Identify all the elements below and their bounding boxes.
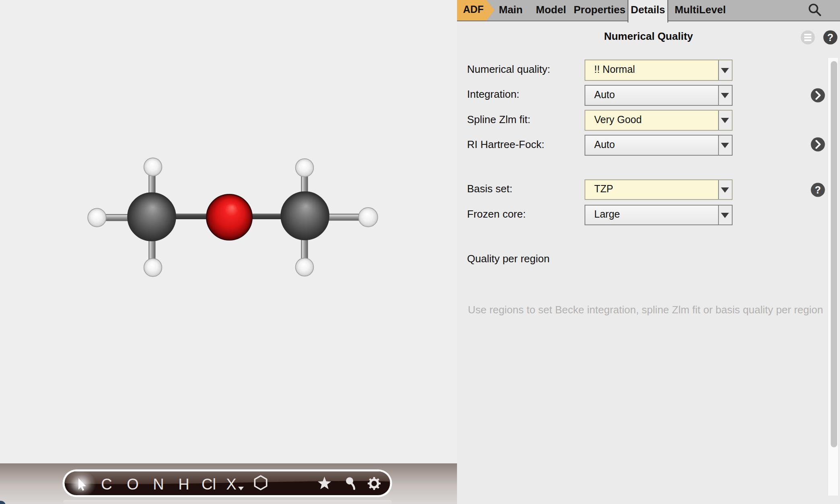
svg-text:Cl: Cl: [202, 476, 216, 493]
svg-text:ADF: ADF: [463, 4, 484, 15]
svg-text:?: ?: [815, 184, 821, 195]
svg-text:X: X: [226, 476, 236, 493]
svg-text:H: H: [178, 476, 189, 493]
svg-text:N: N: [153, 476, 164, 493]
svg-text:O: O: [127, 476, 139, 493]
svg-text:C: C: [101, 476, 112, 493]
svg-text:?: ?: [827, 32, 833, 43]
